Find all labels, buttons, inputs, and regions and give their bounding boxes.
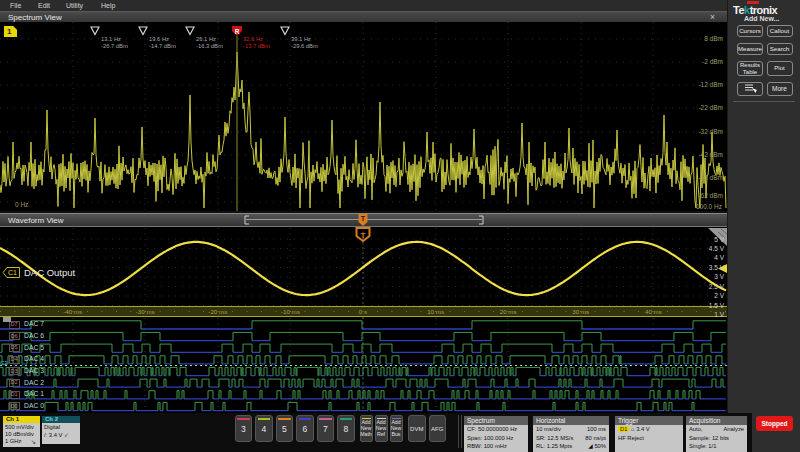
svg-text:13.1 Hz: 13.1 Hz — [101, 36, 121, 42]
svg-text:-14.7 dBm: -14.7 dBm — [149, 43, 176, 49]
svg-text:32.6 Hz: 32.6 Hz — [243, 36, 263, 42]
svg-text:-16.3 dBm: -16.3 dBm — [196, 43, 223, 49]
svg-text:-29.6 dBm: -29.6 dBm — [291, 43, 318, 49]
svg-text:R: R — [235, 28, 240, 35]
svg-text:26.1 Hz: 26.1 Hz — [196, 36, 216, 42]
svg-text:T: T — [361, 215, 366, 222]
svg-text:19.6 Hz: 19.6 Hz — [149, 36, 169, 42]
svg-text:39.1 Hz: 39.1 Hz — [291, 36, 311, 42]
svg-text:-26.7 dBm: -26.7 dBm — [101, 43, 128, 49]
svg-text:T: T — [361, 231, 366, 240]
svg-text:-13.7 dBm: -13.7 dBm — [243, 43, 270, 49]
